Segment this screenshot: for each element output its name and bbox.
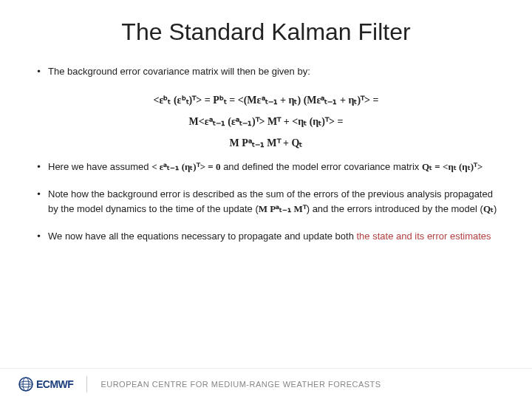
bullet-marker: • xyxy=(30,64,48,79)
globe-icon xyxy=(18,377,33,392)
logo-text: ECMWF xyxy=(36,378,73,390)
bullet-1: • The background error covariance matrix… xyxy=(30,64,502,79)
slide-content: • The background error covariance matrix… xyxy=(30,64,502,244)
slide-title: The Standard Kalman Filter xyxy=(30,18,502,46)
ecmwf-logo: ECMWF xyxy=(18,377,73,392)
mpam-expression: M Pᵃₜ₋₁ Mᵀ xyxy=(259,203,307,214)
bullet-3-text: Note how the background error is describ… xyxy=(48,187,502,216)
equation-line-1: <εᵇₜ (εᵇₜ)ᵀ> = Pᵇₜ = <(Mεᵃₜ₋₁ + ηₜ) (Mεᵃ… xyxy=(30,92,502,108)
slide-container: The Standard Kalman Filter • The backgro… xyxy=(0,0,532,399)
bullet-1-text: The background error covariance matrix w… xyxy=(48,64,502,79)
bullet-3: • Note how the background error is descr… xyxy=(30,187,502,216)
bullet-4-emphasis: the state and its error estimates xyxy=(357,231,491,242)
bullet-2-text: Here we have assumed < εᵃₜ₋₁ (ηₜ)ᵀ> = 0 … xyxy=(48,160,502,174)
bullet-4-pre: We now have all the equations necessary … xyxy=(48,231,357,242)
bullet-3-post: ) xyxy=(494,203,497,214)
assumption-expression: < εᵃₜ₋₁ (ηₜ)ᵀ> = 0 xyxy=(151,161,220,172)
q-definition: Qₜ = <ηₜ (ηₜ)ᵀ> xyxy=(422,161,483,172)
bullet-2-post: and defined the model error covariance m… xyxy=(223,161,422,172)
bullet-marker: • xyxy=(30,160,48,174)
bullet-4-text: We now have all the equations necessary … xyxy=(48,229,502,244)
equation-line-2: M<εᵃₜ₋₁ (εᵃₜ₋₁)ᵀ> Mᵀ + <ηₜ (ηₜ)ᵀ> = xyxy=(30,114,502,129)
bullet-2: • Here we have assumed < εᵃₜ₋₁ (ηₜ)ᵀ> = … xyxy=(30,160,502,174)
footer-separator xyxy=(86,376,87,392)
slide-footer: ECMWF EUROPEAN CENTRE FOR MEDIUM-RANGE W… xyxy=(0,368,532,399)
bullet-marker: • xyxy=(30,229,48,244)
bullet-4: • We now have all the equations necessar… xyxy=(30,229,502,244)
bullet-3-mid: ) and the errors introduced by the model… xyxy=(307,203,483,214)
equation-line-3: M Pᵃₜ₋₁ Mᵀ + Qₜ xyxy=(30,135,502,151)
footer-org-name: EUROPEAN CENTRE FOR MEDIUM-RANGE WEATHER… xyxy=(100,380,381,389)
bullet-marker: • xyxy=(30,187,48,216)
qt-expression: Qₜ xyxy=(483,203,494,214)
bullet-2-pre: Here we have assumed xyxy=(48,161,151,172)
